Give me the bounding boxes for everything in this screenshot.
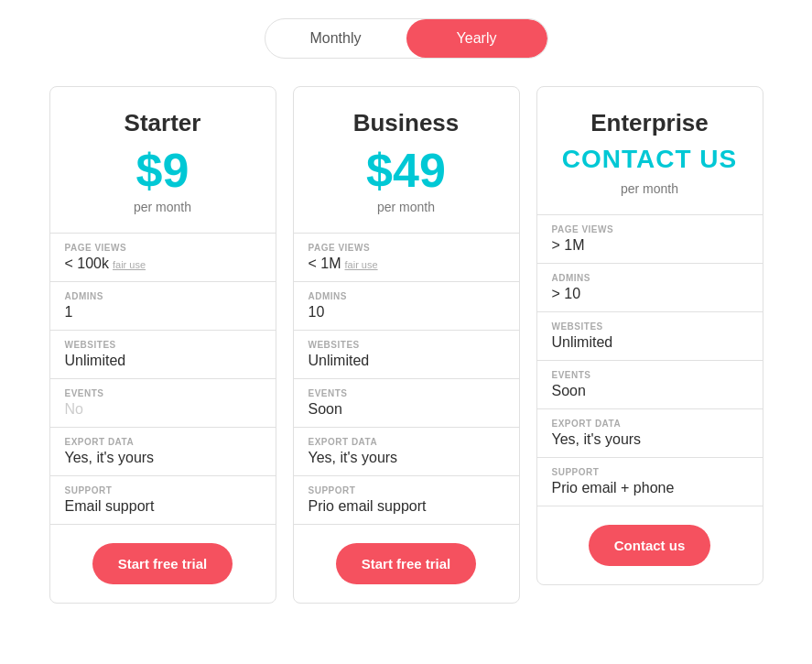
plan-card-enterprise: EnterpriseCONTACT USper monthPAGE VIEWS>… (536, 86, 763, 585)
plan-card-starter: Starter$9per monthPAGE VIEWS< 100kfair u… (49, 86, 276, 604)
feature-row-business-5: SUPPORTPrio email support (294, 476, 519, 525)
plan-header-enterprise: EnterpriseCONTACT USper month (537, 87, 763, 215)
feature-value-business-1: 10 (309, 304, 325, 320)
plan-card-business: Business$49per monthPAGE VIEWS< 1Mfair u… (293, 86, 520, 604)
feature-row-business-3: EVENTSSoon (294, 379, 519, 428)
cta-button-starter[interactable]: Start free trial (92, 543, 233, 584)
feature-value-wrap-enterprise-4: Yes, it's yours (552, 431, 748, 448)
feature-label-enterprise-4: EXPORT DATA (552, 419, 748, 429)
feature-value-wrap-starter-2: Unlimited (65, 353, 261, 369)
feature-row-enterprise-0: PAGE VIEWS> 1M (537, 215, 763, 264)
feature-row-starter-4: EXPORT DATAYes, it's yours (50, 428, 276, 476)
feature-value-starter-5: Email support (65, 498, 155, 514)
cta-wrap-enterprise: Contact us (537, 506, 763, 584)
feature-value-enterprise-3: Soon (552, 383, 586, 398)
feature-value-business-5: Prio email support (309, 498, 427, 514)
feature-value-wrap-business-5: Prio email support (309, 498, 504, 515)
feature-value-wrap-starter-0: < 100kfair use (65, 256, 261, 272)
feature-label-business-4: EXPORT DATA (309, 437, 504, 447)
feature-label-starter-4: EXPORT DATA (65, 437, 261, 447)
plan-title-enterprise: Enterprise (556, 109, 744, 137)
feature-value-business-3: Soon (309, 401, 342, 417)
plan-period-enterprise: per month (556, 181, 744, 196)
feature-value-wrap-enterprise-0: > 1M (552, 237, 748, 254)
feature-value-business-2: Unlimited (309, 353, 370, 368)
feature-row-business-2: WEBSITESUnlimited (294, 331, 519, 379)
plan-title-starter: Starter (69, 109, 257, 137)
plan-period-starter: per month (69, 200, 257, 214)
feature-label-business-2: WEBSITES (309, 340, 504, 350)
cta-button-enterprise[interactable]: Contact us (589, 525, 711, 566)
feature-label-starter-0: PAGE VIEWS (65, 243, 261, 253)
cta-wrap-starter: Start free trial (50, 525, 276, 603)
feature-row-starter-3: EVENTSNo (50, 379, 276, 428)
plan-header-business: Business$49per month (294, 87, 519, 234)
plan-title-business: Business (312, 109, 501, 137)
feature-value-enterprise-2: Unlimited (552, 334, 613, 350)
feature-row-enterprise-2: WEBSITESUnlimited (537, 312, 763, 361)
yearly-toggle-button[interactable]: Yearly (406, 19, 547, 58)
feature-row-starter-5: SUPPORTEmail support (50, 476, 276, 525)
feature-value-wrap-enterprise-3: Soon (552, 383, 748, 399)
plan-period-business: per month (312, 200, 501, 214)
feature-value-wrap-starter-3: No (65, 401, 261, 418)
feature-row-enterprise-4: EXPORT DATAYes, it's yours (537, 409, 763, 458)
cta-wrap-business: Start free trial (294, 525, 519, 603)
feature-value-enterprise-1: > 10 (552, 286, 581, 301)
feature-value-enterprise-0: > 1M (552, 237, 585, 253)
fair-use-business-0: fair use (345, 259, 378, 270)
feature-row-business-1: ADMINS10 (294, 282, 519, 331)
feature-row-starter-1: ADMINS1 (50, 282, 276, 331)
feature-value-wrap-starter-5: Email support (65, 498, 261, 515)
feature-label-business-5: SUPPORT (309, 485, 504, 495)
feature-label-enterprise-1: ADMINS (552, 273, 748, 283)
feature-value-wrap-starter-4: Yes, it's yours (65, 450, 261, 466)
feature-value-wrap-business-0: < 1Mfair use (309, 256, 504, 272)
feature-value-wrap-enterprise-2: Unlimited (552, 334, 748, 351)
feature-value-starter-2: Unlimited (65, 353, 126, 368)
feature-label-starter-1: ADMINS (65, 291, 261, 301)
feature-label-enterprise-3: EVENTS (552, 370, 748, 380)
feature-row-starter-2: WEBSITESUnlimited (50, 331, 276, 379)
feature-value-wrap-business-1: 10 (309, 304, 504, 321)
feature-row-enterprise-1: ADMINS> 10 (537, 264, 763, 312)
feature-value-wrap-business-2: Unlimited (309, 353, 504, 369)
plan-price-starter: $9 (69, 147, 257, 194)
feature-row-enterprise-3: EVENTSSoon (537, 361, 763, 409)
feature-row-business-4: EXPORT DATAYes, it's yours (294, 428, 519, 476)
feature-value-wrap-enterprise-5: Prio email + phone (552, 480, 748, 496)
feature-value-enterprise-5: Prio email + phone (552, 480, 675, 495)
feature-label-starter-3: EVENTS (65, 388, 261, 398)
feature-value-wrap-business-4: Yes, it's yours (309, 450, 504, 466)
feature-value-starter-3: No (65, 401, 83, 417)
feature-label-starter-2: WEBSITES (65, 340, 261, 350)
cta-button-business[interactable]: Start free trial (336, 543, 477, 584)
pricing-cards: Starter$9per monthPAGE VIEWS< 100kfair u… (49, 86, 763, 604)
feature-value-starter-0: < 100k (65, 256, 109, 271)
feature-value-wrap-business-3: Soon (309, 401, 504, 418)
billing-toggle: Monthly Yearly (265, 18, 548, 59)
plan-contact-label-enterprise: CONTACT US (556, 147, 744, 172)
feature-label-starter-5: SUPPORT (65, 485, 261, 495)
feature-value-business-0: < 1M (309, 256, 341, 271)
feature-row-starter-0: PAGE VIEWS< 100kfair use (50, 234, 276, 282)
feature-value-starter-4: Yes, it's yours (65, 450, 155, 465)
feature-value-starter-1: 1 (65, 304, 73, 320)
feature-label-business-1: ADMINS (309, 291, 504, 301)
plan-header-starter: Starter$9per month (50, 87, 276, 234)
feature-row-business-0: PAGE VIEWS< 1Mfair use (294, 234, 519, 282)
feature-label-enterprise-5: SUPPORT (552, 467, 748, 477)
feature-label-enterprise-0: PAGE VIEWS (552, 224, 748, 234)
feature-label-business-0: PAGE VIEWS (309, 243, 504, 253)
feature-value-wrap-enterprise-1: > 10 (552, 286, 748, 302)
feature-value-enterprise-4: Yes, it's yours (552, 431, 642, 447)
feature-row-enterprise-5: SUPPORTPrio email + phone (537, 458, 763, 506)
plan-price-business: $49 (312, 147, 501, 194)
fair-use-starter-0: fair use (113, 259, 146, 270)
feature-label-business-3: EVENTS (309, 388, 504, 398)
monthly-toggle-button[interactable]: Monthly (265, 19, 406, 58)
feature-value-business-4: Yes, it's yours (309, 450, 398, 465)
feature-value-wrap-starter-1: 1 (65, 304, 261, 321)
feature-label-enterprise-2: WEBSITES (552, 321, 748, 332)
